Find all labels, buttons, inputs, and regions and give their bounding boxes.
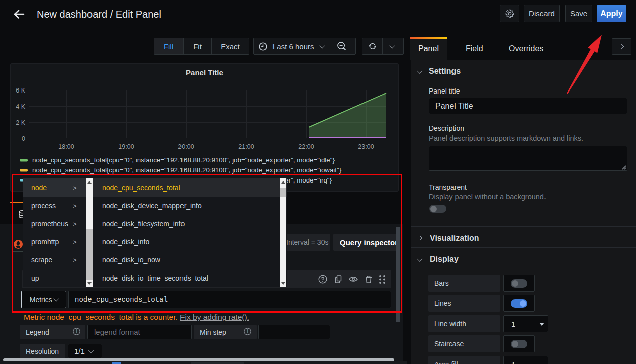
svg-text:23:00: 23:00 bbox=[358, 143, 374, 150]
svg-text:2 K: 2 K bbox=[16, 119, 25, 126]
svg-text:0: 0 bbox=[22, 135, 25, 142]
svg-text:18:00: 18:00 bbox=[58, 143, 74, 150]
svg-text:20:00: 20:00 bbox=[178, 143, 194, 150]
svg-text:21:00: 21:00 bbox=[238, 143, 254, 150]
svg-text:node_cpu_seconds_total{cpu="0": node_cpu_seconds_total{cpu="0", instance… bbox=[32, 166, 342, 174]
svg-text:19:00: 19:00 bbox=[118, 143, 134, 150]
svg-text:6 K: 6 K bbox=[16, 87, 25, 94]
svg-text:node_cpu_seconds_total{cpu="0": node_cpu_seconds_total{cpu="0", instance… bbox=[32, 156, 335, 164]
svg-text:4 K: 4 K bbox=[16, 103, 25, 110]
svg-text:i: i bbox=[76, 329, 77, 334]
svg-text:i: i bbox=[247, 329, 248, 334]
svg-text:22:00: 22:00 bbox=[298, 143, 314, 150]
